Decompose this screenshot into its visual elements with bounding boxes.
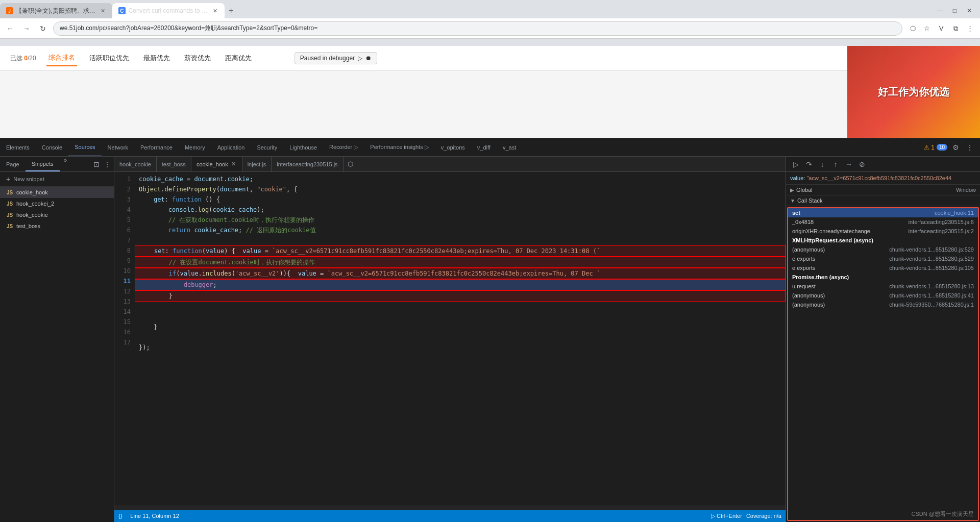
address-input[interactable] [53, 21, 902, 36]
stack-frame-anon2[interactable]: (anonymous) chunk-vendors.1...68515280.j… [788, 291, 978, 300]
devtools-tabs: Elements Console Sources Network Perform… [0, 138, 980, 157]
dt-controls: ⚠ 1 10 ⚙ ⋮ [924, 141, 980, 154]
tab-bar: J 【兼职(全文),贵阳招聘、求职】 ✕ C Convert curl comm… [0, 0, 980, 18]
stack-fn-set: set [792, 210, 930, 216]
stack-frame-exports1[interactable]: e.exports chunk-vendors.1...8515280.js:5… [788, 254, 978, 263]
tab-hook-cookie-label: hook_cookie [119, 161, 151, 167]
dt-tab-sources[interactable]: Sources [68, 138, 101, 157]
line-column: Line 11, Column 12 [130, 513, 179, 519]
sources-more-tabs[interactable]: » [60, 157, 71, 171]
dt-tab-voptions[interactable]: v_opitons [435, 138, 471, 157]
editor-tab-test-boss[interactable]: test_boss [157, 157, 191, 172]
record-icon[interactable]: ⏺ [365, 55, 372, 62]
deactivate-breakpoints-button[interactable]: ⊘ [856, 159, 868, 170]
page-tab-ranking[interactable]: 综合排名 [46, 50, 77, 66]
dt-tab-perf-insights[interactable]: Performance insights ▷ [364, 138, 434, 157]
new-tab-icon[interactable]: ⊡ [92, 159, 101, 169]
dt-tab-vast[interactable]: v_ast [497, 138, 522, 157]
page-banner: 好工作为你优选 [847, 46, 980, 138]
code-content[interactable]: cookie_cache = document.cookie; Object.d… [135, 172, 786, 506]
expand-editor-button[interactable]: ⬡ [344, 160, 357, 168]
horizontal-scrollbar[interactable] [114, 506, 786, 510]
resume-button[interactable]: ▷ [790, 159, 801, 170]
more-actions-icon[interactable]: ⋮ [103, 159, 112, 169]
file-item-hook-cookei[interactable]: JS hook_cookei_2 [0, 198, 114, 209]
close-cookie-hook-tab[interactable]: ✕ [230, 160, 237, 168]
sources-editor: hook_cookie test_boss cookie_hook ✕ inje… [114, 157, 786, 522]
editor-tab-hook-cookie[interactable]: hook_cookie [114, 157, 157, 172]
step-over-button[interactable]: ↷ [803, 159, 815, 170]
minimize-button[interactable]: — [933, 5, 947, 16]
page-tab-active[interactable]: 活跃职位优先 [87, 51, 131, 66]
tab-1[interactable]: J 【兼职(全文),贵阳招聘、求职】 ✕ [0, 3, 112, 18]
step-out-button[interactable]: ↑ [830, 159, 841, 170]
dt-tab-performance[interactable]: Performance [134, 138, 179, 157]
page-tab-salary[interactable]: 薪资优先 [182, 51, 213, 66]
console-tab-label: Console [42, 144, 62, 151]
dt-tab-security[interactable]: Security [251, 138, 283, 157]
settings-button[interactable]: ⚙ [949, 141, 962, 154]
call-stack-section: ▼ Call Stack [786, 195, 980, 206]
more-tools-button[interactable]: ⋮ [964, 141, 976, 154]
file-item-cookie-hook[interactable]: JS cookie_hook [0, 187, 114, 198]
stack-frame-set[interactable]: set cookie_hook:11 [788, 208, 978, 217]
stack-frame-urequest[interactable]: u.request chunk-vendors.1...68515280.js:… [788, 282, 978, 291]
global-section-header[interactable]: ▶ Global Window [786, 185, 980, 195]
dt-tab-vdiff[interactable]: v_diff [471, 138, 497, 157]
editor-tab-interface[interactable]: interfaceacting230515.js [272, 157, 343, 172]
window-controls: — □ ✕ [933, 5, 980, 16]
stack-frame-xmlhttp[interactable]: XMLHttpRequest.send (async) [788, 236, 978, 245]
profile-button[interactable]: V [935, 22, 947, 35]
sources-tab-label: Sources [75, 144, 95, 150]
file-item-hook-cookie[interactable]: JS hook_cookie [0, 209, 114, 220]
sources-snippets-tab[interactable]: Snippets [26, 157, 60, 171]
dt-tab-memory[interactable]: Memory [179, 138, 211, 157]
stack-loc-exports1: chunk-vendors.1...8515280.js:529 [889, 256, 974, 262]
tab-2-title: Convert curl commands to G... [129, 7, 209, 14]
dt-tab-application[interactable]: Application [211, 138, 251, 157]
back-button[interactable]: ← [4, 22, 16, 35]
new-tab-button[interactable]: + [225, 4, 237, 17]
file-name-hook-cookei: hook_cookei_2 [16, 201, 54, 207]
extensions-button[interactable]: ⧉ [949, 22, 962, 35]
dt-tab-lighthouse[interactable]: Lighthouse [283, 138, 323, 157]
stack-frame-0x4818[interactable]: _0x4818 interfaceacting230515.js:6 [788, 217, 978, 227]
play-icon[interactable]: ▷ [358, 55, 362, 62]
tab-1-close[interactable]: ✕ [100, 7, 106, 15]
tab-2[interactable]: C Convert curl commands to G... ✕ [112, 3, 225, 18]
sources-page-tab[interactable]: Page [0, 157, 26, 171]
tab-2-close[interactable]: ✕ [212, 7, 218, 15]
stack-frame-exports2[interactable]: e.exports chunk-vendors.1...8515280.js:1… [788, 263, 978, 272]
step-button[interactable]: → [843, 159, 854, 170]
global-title: Global [796, 187, 813, 193]
stack-frame-promise[interactable]: Promise.then (async) [788, 272, 978, 282]
share-button[interactable]: ⬡ [906, 22, 919, 35]
dt-tab-elements[interactable]: Elements [0, 138, 36, 157]
page-tab-distance[interactable]: 距离优先 [223, 51, 254, 66]
call-stack-header[interactable]: ▼ Call Stack [786, 195, 980, 206]
maximize-button[interactable]: □ [949, 5, 961, 16]
reload-button[interactable]: ↻ [37, 22, 49, 35]
editor-tab-cookie-hook[interactable]: cookie_hook ✕ [191, 157, 242, 172]
run-label[interactable]: ▷ Ctrl+Enter [711, 513, 742, 519]
bookmark-button[interactable]: ☆ [921, 22, 933, 35]
stack-frame-anon1[interactable]: (anonymous) chunk-vendors.1...8515280.js… [788, 245, 978, 254]
file-item-test-boss[interactable]: JS test_boss [0, 220, 114, 232]
dt-tab-console[interactable]: Console [36, 138, 68, 157]
page-tab-newest[interactable]: 最新优先 [141, 51, 172, 66]
sources-left-panel: Page Snippets » ⊡ ⋮ + New snippet JS coo… [0, 157, 114, 522]
stack-frame-anon3[interactable]: (anonymous) chunk-59c59350...768515280.j… [788, 300, 978, 309]
code-line-8: set: function(value) { value = `acw_sc__… [135, 245, 786, 257]
editor-tab-inject[interactable]: inject.js [242, 157, 272, 172]
forward-button[interactable]: → [20, 22, 33, 35]
stack-frame-onreadystatechange[interactable]: originXHR.onreadystatechange interfaceac… [788, 227, 978, 236]
dt-tab-recorder[interactable]: Recorder ▷ [323, 138, 364, 157]
step-into-button[interactable]: ↓ [817, 159, 828, 170]
dt-tab-network[interactable]: Network [102, 138, 134, 157]
memory-label: Memory [185, 144, 205, 151]
new-snippet-button[interactable]: + New snippet [0, 172, 114, 187]
editor-statusbar: {} Line 11, Column 12 ▷ Ctrl+Enter Cover… [114, 510, 786, 522]
menu-button[interactable]: ⋮ [964, 22, 976, 35]
close-button[interactable]: ✕ [963, 5, 976, 16]
code-line-1: cookie_cache = document.cookie; [135, 174, 786, 184]
